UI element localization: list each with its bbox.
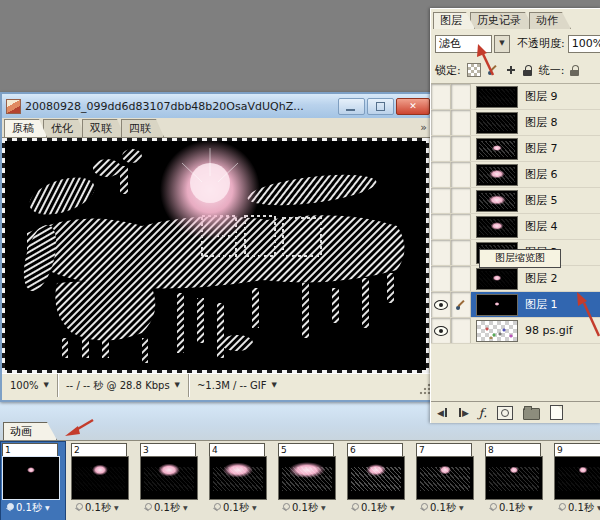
layer-name: 98 ps.gif: [525, 324, 573, 337]
layer-row[interactable]: 图层 6: [431, 162, 600, 188]
close-button[interactable]: ✕: [396, 98, 430, 115]
minimize-button[interactable]: [338, 98, 365, 115]
layer-row[interactable]: 图层 9: [431, 84, 600, 110]
layer-thumbnail[interactable]: [476, 294, 518, 316]
tab-layers[interactable]: 图层: [433, 12, 475, 29]
animation-frame[interactable]: 9 0.1秒 ▼: [553, 442, 600, 520]
frame-delay-control[interactable]: 0.1秒 ▼: [278, 500, 340, 515]
frame-thumbnail[interactable]: [554, 456, 600, 500]
tab-original[interactable]: 原稿: [4, 119, 47, 137]
link-toggle[interactable]: [451, 162, 471, 187]
animation-frame[interactable]: 4 0.1秒 ▼: [208, 442, 272, 520]
frame-number: 3: [140, 443, 196, 456]
link-toggle[interactable]: [451, 84, 471, 109]
frame-delay-control[interactable]: 0.1秒 ▼: [2, 500, 64, 515]
layer-thumbnail[interactable]: [476, 164, 518, 186]
frame-delay-control[interactable]: 0.1秒 ▼: [209, 500, 271, 515]
frame-thumbnail[interactable]: [347, 456, 405, 500]
add-layer-mask-button[interactable]: [497, 406, 513, 420]
link-toggle[interactable]: [451, 214, 471, 239]
frame-delay-control[interactable]: 0.1秒 ▼: [71, 500, 133, 515]
link-toggle[interactable]: [451, 188, 471, 213]
layer-thumbnail[interactable]: [476, 216, 518, 238]
lock-image-brush-icon[interactable]: [487, 64, 499, 76]
new-group-button[interactable]: [523, 408, 540, 420]
frame-delay-control[interactable]: 0.1秒 ▼: [485, 500, 547, 515]
download-time-dropdown[interactable]: -- / -- 秒 @ 28.8 Kbps ▼: [58, 374, 188, 397]
tab-actions[interactable]: 动作: [529, 12, 571, 29]
layer-row-selected[interactable]: 图层 1: [431, 292, 600, 318]
layer-thumbnail[interactable]: [476, 320, 518, 342]
visibility-toggle[interactable]: [431, 266, 451, 291]
visibility-toggle[interactable]: [431, 214, 451, 239]
visibility-toggle[interactable]: [431, 240, 451, 265]
animation-frame[interactable]: 1 0.1秒 ▼: [1, 442, 65, 520]
link-toggle[interactable]: [451, 136, 471, 161]
animation-frame[interactable]: 6 0.1秒 ▼: [346, 442, 410, 520]
zoom-level-dropdown[interactable]: 100% ▼: [2, 374, 57, 397]
layer-row[interactable]: 图层 8: [431, 110, 600, 136]
layer-style-fx-button[interactable]: ƒ.: [479, 406, 487, 420]
frame-delay-control[interactable]: 0.1秒 ▼: [554, 500, 600, 515]
layer-row[interactable]: 图层 7: [431, 136, 600, 162]
layer-name: 图层 7: [525, 141, 558, 156]
visibility-toggle[interactable]: [431, 318, 451, 343]
lock-all-icon[interactable]: [523, 64, 533, 76]
layer-row[interactable]: 图层 5: [431, 188, 600, 214]
frame-thumbnail[interactable]: [71, 456, 129, 500]
animation-frame[interactable]: 7 0.1秒 ▼: [415, 442, 479, 520]
tab-animation[interactable]: 动画: [3, 422, 57, 440]
tab-history[interactable]: 历史记录: [470, 12, 534, 29]
tab-4up[interactable]: 四联: [121, 119, 164, 137]
tabs-overflow-chevron[interactable]: »: [420, 121, 427, 134]
animation-frame[interactable]: 8 0.1秒 ▼: [484, 442, 548, 520]
file-size-dropdown[interactable]: ~1.3M / -- GIF ▼: [189, 374, 285, 397]
lock-transparency-icon[interactable]: [467, 63, 481, 77]
tab-optimized[interactable]: 优化: [43, 119, 86, 137]
link-toggle[interactable]: [451, 240, 471, 265]
animation-frame[interactable]: 3 0.1秒 ▼: [139, 442, 203, 520]
link-toggle[interactable]: [451, 266, 471, 291]
frame-thumbnail[interactable]: [2, 456, 60, 500]
frame-delay-control[interactable]: 0.1秒 ▼: [416, 500, 478, 515]
layer-thumbnail[interactable]: [476, 112, 518, 134]
link-toggle[interactable]: [451, 292, 471, 317]
new-layer-button[interactable]: [550, 405, 563, 420]
unify-lock-icon[interactable]: [570, 64, 580, 76]
visibility-toggle[interactable]: [431, 162, 451, 187]
visibility-toggle[interactable]: [431, 110, 451, 135]
frame-thumbnail[interactable]: [140, 456, 198, 500]
frame-disposal-icon: [488, 503, 496, 513]
layer-row[interactable]: 图层 4: [431, 214, 600, 240]
frame-thumbnail[interactable]: [209, 456, 267, 500]
previous-frame-button[interactable]: ◀: [437, 408, 448, 418]
image-canvas[interactable]: [2, 138, 429, 373]
link-toggle[interactable]: [451, 110, 471, 135]
maximize-button[interactable]: [367, 98, 394, 115]
blend-mode-select[interactable]: 滤色: [435, 35, 492, 53]
tab-2up[interactable]: 双联: [82, 119, 125, 137]
visibility-toggle[interactable]: [431, 84, 451, 109]
frame-delay-control[interactable]: 0.1秒 ▼: [140, 500, 202, 515]
visibility-toggle[interactable]: [431, 136, 451, 161]
frame-thumbnail[interactable]: [416, 456, 474, 500]
visibility-toggle[interactable]: [431, 188, 451, 213]
layer-thumbnail[interactable]: [476, 138, 518, 160]
lock-position-icon[interactable]: [505, 64, 517, 76]
frame-thumbnail[interactable]: [485, 456, 543, 500]
frame-thumbnail[interactable]: [278, 456, 336, 500]
animation-frame[interactable]: 5 0.1秒 ▼: [277, 442, 341, 520]
layer-thumbnail[interactable]: [476, 86, 518, 108]
blend-mode-dropdown-button[interactable]: ▼: [494, 35, 510, 53]
animation-frame[interactable]: 2 0.1秒 ▼: [70, 442, 134, 520]
layer-row[interactable]: 98 ps.gif: [431, 318, 600, 344]
next-frame-button[interactable]: ▶: [458, 408, 469, 418]
layer-row[interactable]: 图层 2: [431, 266, 600, 292]
layer-thumbnail[interactable]: [476, 190, 518, 212]
layer-thumbnail[interactable]: [476, 268, 518, 290]
document-titlebar[interactable]: 20080928_099dd6d83107dbb48b20OsaVdUQhZ..…: [2, 94, 433, 118]
visibility-toggle[interactable]: [431, 292, 451, 317]
frame-delay-control[interactable]: 0.1秒 ▼: [347, 500, 409, 515]
opacity-input[interactable]: 100%: [568, 35, 600, 53]
link-toggle[interactable]: [451, 318, 471, 343]
